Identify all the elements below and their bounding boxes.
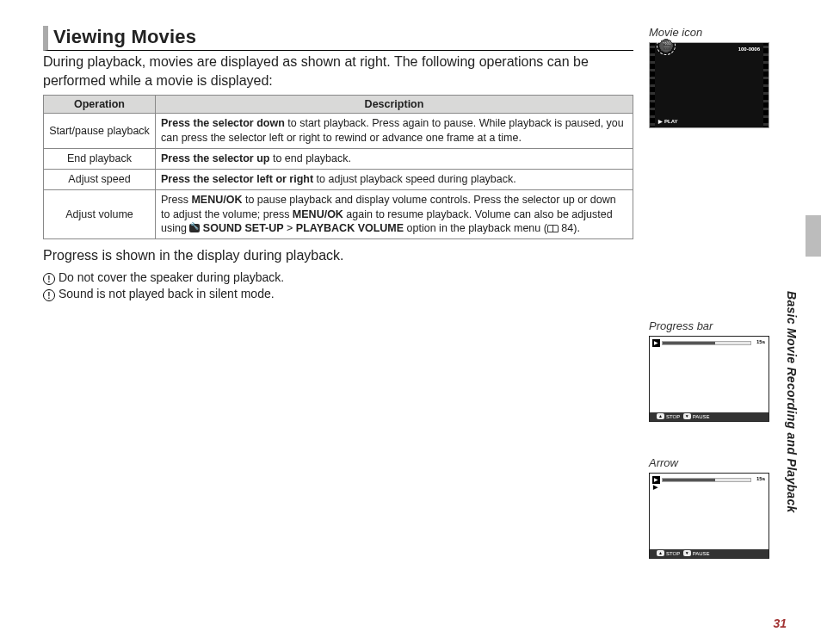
progress-text: Progress is shown in the display during … [43, 248, 633, 263]
section-tab [806, 215, 821, 257]
play-icon: ▶ [652, 339, 660, 347]
progress-bar [662, 478, 751, 482]
section-side-label: Basic Movie Recording and Playback [785, 291, 799, 513]
desc-cell: Press the selector down to start playbac… [156, 114, 633, 149]
note-line: !Do not cover the speaker during playbac… [43, 270, 633, 285]
time-readout: 15s [756, 339, 765, 344]
camera-display-progress: ▶ 15s ▲STOP ▼PAUSE [649, 336, 769, 422]
table-row: Adjust speed Press the selector left or … [44, 169, 633, 189]
play-icon: ▶ [652, 476, 660, 484]
th-operation: Operation [44, 96, 156, 114]
page-number: 31 [773, 616, 787, 630]
op-cell: Adjust volume [44, 189, 156, 239]
op-cell: Adjust speed [44, 169, 156, 189]
frame-counter: 100-0006 [738, 46, 760, 52]
operations-table: Operation Description Start/pause playba… [43, 95, 633, 239]
progress-bar-label: Progress bar [649, 319, 778, 332]
filmstrip-icon [763, 43, 769, 127]
bottom-bar: ▲STOP ▼PAUSE [650, 549, 769, 558]
down-icon: ▼ [683, 550, 691, 556]
table-row: Adjust volume Press MENU/OK to pause pla… [44, 189, 633, 239]
desc-cell: Press the selector left or right to adju… [156, 169, 633, 189]
desc-cell: Press the selector up to end playback. [156, 148, 633, 169]
desc-cell: Press MENU/OK to pause playback and disp… [156, 189, 633, 239]
up-icon: ▲ [657, 550, 664, 556]
play-indicator: PLAY [658, 118, 677, 124]
time-readout: 15s [756, 476, 765, 481]
up-icon: ▲ [657, 413, 664, 419]
table-row: End playback Press the selector up to en… [44, 148, 633, 169]
caution-icon: ! [43, 289, 55, 301]
camera-display-arrow: ▶ ▶ 15s ▲STOP ▼PAUSE [649, 473, 769, 559]
filmstrip-icon [650, 43, 655, 127]
th-description: Description [156, 96, 633, 114]
book-icon [547, 225, 559, 232]
wrench-icon [189, 224, 200, 232]
section-heading: Viewing Movies [43, 26, 633, 51]
movie-icon: 🎬 [657, 36, 676, 55]
op-cell: End playback [44, 148, 156, 169]
bottom-bar: ▲STOP ▼PAUSE [650, 412, 769, 421]
note-line: !Sound is not played back in silent mode… [43, 287, 633, 301]
movie-icon-inner: 🎬 [660, 40, 672, 52]
op-cell: Start/pause playback [44, 114, 156, 149]
camera-display-movie: 🎬 100-0006 PLAY [649, 42, 769, 128]
table-row: Start/pause playback Press the selector … [44, 114, 633, 149]
arrow-label: Arrow [649, 456, 778, 469]
caution-icon: ! [43, 273, 55, 285]
progress-bar [662, 341, 751, 345]
speed-arrow-icon: ▶ [653, 484, 657, 491]
intro-text: During playback, movies are displayed as… [43, 53, 633, 90]
down-icon: ▼ [683, 413, 691, 419]
